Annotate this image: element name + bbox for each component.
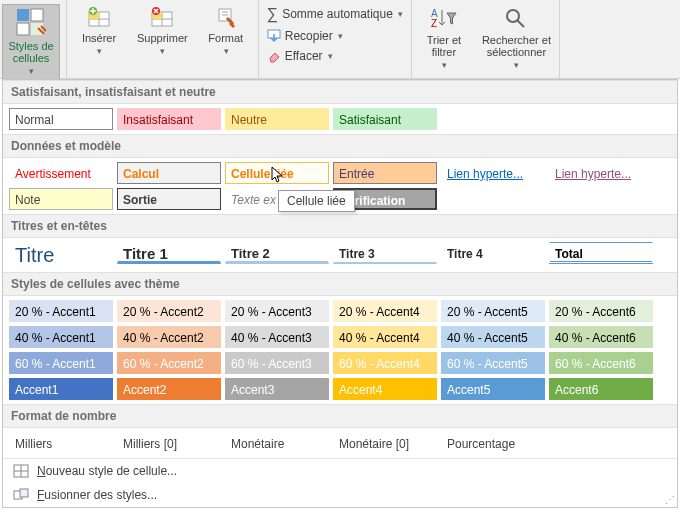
style-p20-accent4[interactable]: 20 % - Accent4 bbox=[333, 300, 437, 322]
style-full-accent2[interactable]: Accent2 bbox=[117, 378, 221, 400]
find-icon bbox=[503, 6, 529, 32]
clear-label: Effacer bbox=[285, 49, 323, 63]
fill-down-icon bbox=[267, 29, 281, 43]
svg-text:Z: Z bbox=[431, 18, 437, 29]
style-input[interactable]: Entrée bbox=[333, 162, 437, 184]
style-full-accent3[interactable]: Accent3 bbox=[225, 378, 329, 400]
sort-filter-icon: AZ bbox=[431, 6, 457, 32]
style-heading2[interactable]: Titre 2 bbox=[225, 242, 329, 264]
style-p40-accent5[interactable]: 40 % - Accent5 bbox=[441, 326, 545, 348]
style-p40-accent2[interactable]: 40 % - Accent2 bbox=[117, 326, 221, 348]
style-p60-accent2[interactable]: 60 % - Accent2 bbox=[117, 352, 221, 374]
format-icon bbox=[214, 6, 238, 30]
style-full-accent5[interactable]: Accent5 bbox=[441, 378, 545, 400]
section-number: Format de nombre bbox=[3, 404, 677, 428]
svg-rect-3 bbox=[31, 23, 43, 35]
svg-rect-0 bbox=[17, 9, 29, 21]
svg-rect-23 bbox=[20, 489, 28, 497]
insert-cells-icon bbox=[87, 6, 111, 30]
sort-filter-label: Trier et filtrer bbox=[427, 34, 461, 58]
section-data-model: Données et modèle bbox=[3, 134, 677, 158]
style-p40-accent3[interactable]: 40 % - Accent3 bbox=[225, 326, 329, 348]
style-warning[interactable]: Avertissement bbox=[9, 162, 113, 184]
style-p20-accent3[interactable]: 20 % - Accent3 bbox=[225, 300, 329, 322]
style-normal[interactable]: Normal bbox=[9, 108, 113, 130]
style-heading3[interactable]: Titre 3 bbox=[333, 242, 437, 264]
delete-label: Supprimer bbox=[137, 32, 188, 44]
merge-styles-label: usionner des styles... bbox=[44, 488, 157, 502]
style-p40-accent4[interactable]: 40 % - Accent4 bbox=[333, 326, 437, 348]
style-p20-accent2[interactable]: 20 % - Accent2 bbox=[117, 300, 221, 322]
clear-button[interactable]: Effacer▾ bbox=[265, 48, 335, 64]
style-p20-accent6[interactable]: 20 % - Accent6 bbox=[549, 300, 653, 322]
fill-label: Recopier bbox=[285, 29, 333, 43]
cell-styles-icon bbox=[16, 8, 46, 38]
style-p20-accent1[interactable]: 20 % - Accent1 bbox=[9, 300, 113, 322]
cell-styles-label: Styles de cellules bbox=[8, 40, 53, 64]
style-title[interactable]: Titre bbox=[9, 242, 113, 268]
cell-styles-button[interactable]: Styles de cellules ▾ bbox=[2, 4, 60, 80]
style-note[interactable]: Note bbox=[9, 188, 113, 210]
style-p40-accent1[interactable]: 40 % - Accent1 bbox=[9, 326, 113, 348]
resize-grip-icon[interactable]: ⋰ bbox=[665, 494, 675, 505]
delete-cells-icon bbox=[150, 6, 174, 30]
style-p40-accent6[interactable]: 40 % - Accent6 bbox=[549, 326, 653, 348]
style-heading1[interactable]: Titre 1 bbox=[117, 242, 221, 264]
delete-button[interactable]: Supprimer▾ bbox=[135, 4, 190, 58]
format-button[interactable]: Format▾ bbox=[200, 4, 252, 58]
style-currency[interactable]: Monétaire bbox=[225, 432, 329, 454]
new-style-icon bbox=[13, 464, 29, 478]
style-percent[interactable]: Pourcentage bbox=[441, 432, 545, 454]
style-neutral[interactable]: Neutre bbox=[225, 108, 329, 130]
format-label: Format bbox=[208, 32, 243, 44]
find-select-button[interactable]: Rechercher et sélectionner▾ bbox=[480, 4, 553, 72]
sigma-icon: ∑ bbox=[267, 5, 278, 23]
themed-grid: 20 % - Accent120 % - Accent220 % - Accen… bbox=[3, 296, 677, 404]
style-linked-cell[interactable]: Cellule liée bbox=[225, 162, 329, 184]
merge-styles-menuitem[interactable]: Fusionner des styles... bbox=[3, 483, 677, 507]
ribbon-strip: Styles de cellules ▾ Insérer▾ Supprimer▾… bbox=[0, 0, 680, 79]
sort-filter-button[interactable]: AZ Trier et filtrer▾ bbox=[418, 4, 470, 72]
style-p20-accent5[interactable]: 20 % - Accent5 bbox=[441, 300, 545, 322]
svg-rect-1 bbox=[31, 9, 43, 21]
style-p60-accent5[interactable]: 60 % - Accent5 bbox=[441, 352, 545, 374]
style-good[interactable]: Satisfaisant bbox=[333, 108, 437, 130]
style-p60-accent6[interactable]: 60 % - Accent6 bbox=[549, 352, 653, 374]
section-good-bad: Satisfaisant, insatisfaisant et neutre bbox=[3, 80, 677, 104]
styles-gallery-panel: Satisfaisant, insatisfaisant et neutre N… bbox=[2, 79, 678, 508]
style-full-accent4[interactable]: Accent4 bbox=[333, 378, 437, 400]
svg-rect-2 bbox=[17, 23, 29, 35]
section-titles: Titres et en-têtes bbox=[3, 214, 677, 238]
section-themed: Styles de cellules avec thème bbox=[3, 272, 677, 296]
style-full-accent1[interactable]: Accent1 bbox=[9, 378, 113, 400]
fill-button[interactable]: Recopier▾ bbox=[265, 28, 345, 44]
style-followed-hyperlink[interactable]: Lien hyperte... bbox=[549, 162, 653, 184]
merge-icon bbox=[13, 488, 29, 502]
style-hyperlink[interactable]: Lien hyperte... bbox=[441, 162, 545, 184]
style-bad[interactable]: Insatisfaisant bbox=[117, 108, 221, 130]
autosum-label: Somme automatique bbox=[282, 7, 393, 21]
style-total[interactable]: Total bbox=[549, 242, 653, 264]
style-heading4[interactable]: Titre 4 bbox=[441, 242, 545, 264]
insert-button[interactable]: Insérer▾ bbox=[73, 4, 125, 58]
new-style-label: ouveau style de cellule... bbox=[46, 464, 177, 478]
find-select-label: Rechercher et sélectionner bbox=[482, 34, 551, 58]
style-output[interactable]: Sortie bbox=[117, 188, 221, 210]
autosum-button[interactable]: ∑Somme automatique▾ bbox=[265, 4, 405, 24]
tooltip: Cellule liée bbox=[278, 190, 355, 212]
style-currency0[interactable]: Monétaire [0] bbox=[333, 432, 437, 454]
style-p60-accent3[interactable]: 60 % - Accent3 bbox=[225, 352, 329, 374]
style-p60-accent4[interactable]: 60 % - Accent4 bbox=[333, 352, 437, 374]
style-full-accent6[interactable]: Accent6 bbox=[549, 378, 653, 400]
style-calculation[interactable]: Calcul bbox=[117, 162, 221, 184]
style-thousands[interactable]: Milliers bbox=[9, 432, 113, 454]
style-p60-accent1[interactable]: 60 % - Accent1 bbox=[9, 352, 113, 374]
new-cell-style-menuitem[interactable]: Nouveau style de cellule... bbox=[3, 459, 677, 483]
dropdown-icon: ▾ bbox=[29, 66, 34, 76]
insert-label: Insérer bbox=[82, 32, 116, 44]
eraser-icon bbox=[267, 49, 281, 63]
style-thousands0[interactable]: Milliers [0] bbox=[117, 432, 221, 454]
